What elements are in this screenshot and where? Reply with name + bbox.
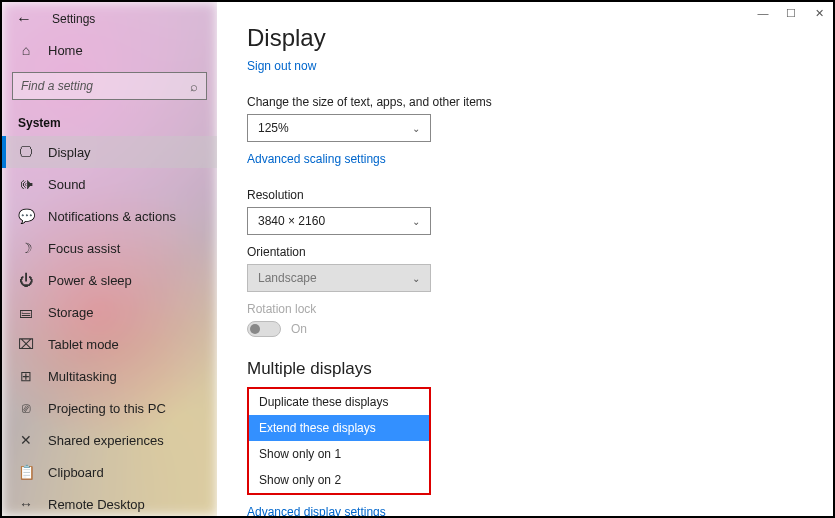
nav-label: Multitasking <box>48 369 117 384</box>
display-mode-option[interactable]: Show only on 1 <box>249 441 429 467</box>
app-title: Settings <box>52 12 95 26</box>
nav-label: Storage <box>48 305 94 320</box>
home-label: Home <box>48 43 83 58</box>
nav-label: Power & sleep <box>48 273 132 288</box>
chevron-down-icon: ⌄ <box>412 123 420 134</box>
nav-icon: ⎚ <box>18 400 34 416</box>
orientation-value: Landscape <box>258 271 317 285</box>
home-nav[interactable]: ⌂ Home <box>2 32 217 68</box>
scale-label: Change the size of text, apps, and other… <box>247 95 803 109</box>
maximize-button[interactable]: ☐ <box>777 2 805 24</box>
sidebar-item-projecting-to-this-pc[interactable]: ⎚Projecting to this PC <box>2 392 217 424</box>
nav-icon: ✕ <box>18 432 34 448</box>
sidebar-item-storage[interactable]: 🖴Storage <box>2 296 217 328</box>
nav-label: Sound <box>48 177 86 192</box>
sidebar-item-tablet-mode[interactable]: ⌧Tablet mode <box>2 328 217 360</box>
search-input[interactable] <box>21 79 190 93</box>
sidebar-item-focus-assist[interactable]: ☽Focus assist <box>2 232 217 264</box>
rotation-lock-toggle <box>247 321 281 337</box>
display-mode-option[interactable]: Duplicate these displays <box>249 389 429 415</box>
multiple-displays-heading: Multiple displays <box>247 359 803 379</box>
resolution-select[interactable]: 3840 × 2160 ⌄ <box>247 207 431 235</box>
rotation-lock-state: On <box>291 322 307 336</box>
page-title: Display <box>247 24 803 52</box>
back-button[interactable]: ← <box>16 10 32 28</box>
display-mode-option[interactable]: Extend these displays <box>249 415 429 441</box>
nav-label: Clipboard <box>48 465 104 480</box>
sidebar: ← Settings ⌂ Home ⌕ System 🖵Display🕪Soun… <box>2 2 217 516</box>
orientation-label: Orientation <box>247 245 803 259</box>
sidebar-item-multitasking[interactable]: ⊞Multitasking <box>2 360 217 392</box>
sidebar-item-notifications-actions[interactable]: 💬Notifications & actions <box>2 200 217 232</box>
nav-icon: 🕪 <box>18 176 34 192</box>
main-content: Display Sign out now Change the size of … <box>217 2 833 516</box>
sidebar-item-display[interactable]: 🖵Display <box>2 136 217 168</box>
orientation-select: Landscape ⌄ <box>247 264 431 292</box>
nav-icon: ⊞ <box>18 368 34 384</box>
nav-label: Shared experiences <box>48 433 164 448</box>
nav-icon: 📋 <box>18 464 34 480</box>
search-icon: ⌕ <box>190 79 198 94</box>
section-label-system: System <box>2 110 217 136</box>
nav-icon: 🖵 <box>18 144 34 160</box>
chevron-down-icon: ⌄ <box>412 216 420 227</box>
nav-label: Focus assist <box>48 241 120 256</box>
search-box[interactable]: ⌕ <box>12 72 207 100</box>
resolution-label: Resolution <box>247 188 803 202</box>
nav-icon: ⏻ <box>18 272 34 288</box>
nav-icon: ⌧ <box>18 336 34 352</box>
sidebar-item-shared-experiences[interactable]: ✕Shared experiences <box>2 424 217 456</box>
chevron-down-icon: ⌄ <box>412 273 420 284</box>
close-button[interactable]: ✕ <box>805 2 833 24</box>
sidebar-item-clipboard[interactable]: 📋Clipboard <box>2 456 217 488</box>
nav-label: Remote Desktop <box>48 497 145 512</box>
nav-label: Tablet mode <box>48 337 119 352</box>
rotation-lock-label: Rotation lock <box>247 302 803 316</box>
home-icon: ⌂ <box>18 42 34 58</box>
nav-icon: 💬 <box>18 208 34 224</box>
sidebar-item-power-sleep[interactable]: ⏻Power & sleep <box>2 264 217 296</box>
nav-label: Notifications & actions <box>48 209 176 224</box>
multiple-displays-dropdown[interactable]: Duplicate these displaysExtend these dis… <box>247 387 431 495</box>
advanced-display-link[interactable]: Advanced display settings <box>247 505 386 516</box>
sidebar-item-sound[interactable]: 🕪Sound <box>2 168 217 200</box>
sidebar-item-remote-desktop[interactable]: ↔Remote Desktop <box>2 488 217 516</box>
nav-icon: 🖴 <box>18 304 34 320</box>
nav-icon: ↔ <box>18 496 34 512</box>
sign-out-link[interactable]: Sign out now <box>247 59 316 73</box>
resolution-value: 3840 × 2160 <box>258 214 325 228</box>
scale-select[interactable]: 125% ⌄ <box>247 114 431 142</box>
advanced-scaling-link[interactable]: Advanced scaling settings <box>247 152 386 166</box>
minimize-button[interactable]: — <box>749 2 777 24</box>
display-mode-option[interactable]: Show only on 2 <box>249 467 429 493</box>
nav-label: Projecting to this PC <box>48 401 166 416</box>
nav-icon: ☽ <box>18 240 34 256</box>
scale-value: 125% <box>258 121 289 135</box>
window-controls: — ☐ ✕ <box>749 2 833 24</box>
nav-label: Display <box>48 145 91 160</box>
nav-list: 🖵Display🕪Sound💬Notifications & actions☽F… <box>2 136 217 516</box>
